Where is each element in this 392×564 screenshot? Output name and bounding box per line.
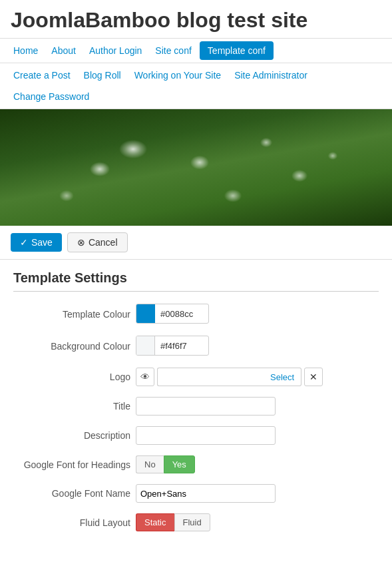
google-font-yes-button[interactable]: Yes	[164, 455, 195, 473]
google-font-headings-label: Google Font for Headings	[13, 450, 133, 479]
background-colour-value-cell: #f4f6f7	[133, 330, 379, 362]
fluid-fluid-button[interactable]: Fluid	[174, 513, 210, 531]
save-label: Save	[31, 237, 53, 248]
eye-icon: 👁	[140, 372, 150, 382]
actions-bar: ✓ Save ⊗ Cancel	[0, 226, 392, 260]
nav-about[interactable]: About	[46, 41, 81, 60]
google-font-no-button[interactable]: No	[136, 455, 164, 473]
hero-image	[0, 109, 392, 226]
save-button[interactable]: ✓ Save	[11, 233, 62, 252]
cancel-button[interactable]: ⊗ Cancel	[67, 232, 128, 252]
google-font-name-row: Google Font Name	[13, 479, 379, 508]
settings-form: Template Colour #0088cc Background Colou…	[13, 298, 379, 537]
google-font-headings-row: Google Font for Headings No Yes	[13, 450, 379, 479]
nav-template-conf[interactable]: Template conf	[200, 41, 274, 60]
logo-label: Logo	[13, 362, 133, 392]
nav-site-conf[interactable]: Site conf	[150, 41, 196, 60]
fluid-static-button[interactable]: Static	[136, 513, 174, 531]
close-icon: ✕	[309, 372, 317, 382]
title-input[interactable]	[136, 397, 276, 416]
template-colour-row: Template Colour #0088cc	[13, 298, 379, 330]
logo-input-group: Select	[157, 368, 301, 386]
fluid-layout-label: Fluid Layout	[13, 508, 133, 537]
nav-bar-primary: Home About Author Login Site conf Templa…	[0, 38, 392, 63]
google-font-name-input[interactable]	[136, 484, 276, 503]
background-colour-label: Background Colour	[13, 330, 133, 362]
logo-field-group: 👁 Select ✕	[136, 368, 376, 386]
nav-change-password[interactable]: Change Password	[8, 87, 95, 106]
logo-input[interactable]	[157, 368, 264, 386]
google-font-name-value-cell	[133, 479, 379, 508]
title-value-cell	[133, 392, 379, 421]
description-label: Description	[13, 421, 133, 450]
google-font-name-label: Google Font Name	[13, 479, 133, 508]
nav-home[interactable]: Home	[8, 41, 43, 60]
google-font-headings-toggle: No Yes	[136, 455, 376, 473]
google-font-headings-value-cell: No Yes	[133, 450, 379, 479]
nav-site-admin[interactable]: Site Administrator	[229, 66, 313, 85]
logo-preview-button[interactable]: 👁	[136, 368, 154, 386]
site-title: JoomlaBamboo blog test site	[0, 0, 392, 38]
checkmark-icon: ✓	[20, 237, 28, 248]
template-colour-picker[interactable]: #0088cc	[136, 304, 209, 324]
description-input[interactable]	[136, 426, 276, 445]
logo-value-cell: 👁 Select ✕	[133, 362, 379, 392]
nav-blog-roll[interactable]: Blog Roll	[79, 66, 126, 85]
logo-row: Logo 👁 Select ✕	[13, 362, 379, 392]
nav-author-login[interactable]: Author Login	[84, 41, 147, 60]
title-label: Title	[13, 392, 133, 421]
description-row: Description	[13, 421, 379, 450]
template-colour-text: #0088cc	[155, 306, 208, 322]
nav-working-on-site[interactable]: Working on Your Site	[129, 66, 227, 85]
nav-bar-secondary: Create a Post Blog Roll Working on Your …	[0, 63, 392, 109]
settings-title: Template Settings	[13, 270, 379, 292]
background-colour-picker[interactable]: #f4f6f7	[136, 336, 209, 356]
cancel-icon: ⊗	[77, 237, 85, 248]
logo-clear-button[interactable]: ✕	[304, 368, 323, 386]
fluid-layout-toggle: Static Fluid	[136, 513, 376, 531]
background-colour-swatch	[136, 336, 155, 355]
fluid-layout-row: Fluid Layout Static Fluid	[13, 508, 379, 537]
template-colour-value-cell: #0088cc	[133, 298, 379, 330]
settings-section: Template Settings Template Colour #0088c…	[0, 260, 392, 547]
title-row: Title	[13, 392, 379, 421]
template-colour-label: Template Colour	[13, 298, 133, 330]
description-value-cell	[133, 421, 379, 450]
background-colour-text: #f4f6f7	[155, 338, 208, 354]
nav-create-post[interactable]: Create a Post	[8, 66, 76, 85]
background-colour-row: Background Colour #f4f6f7	[13, 330, 379, 362]
fluid-layout-value-cell: Static Fluid	[133, 508, 379, 537]
template-colour-swatch	[136, 304, 155, 323]
cancel-label: Cancel	[89, 237, 118, 248]
logo-select-button[interactable]: Select	[264, 368, 301, 386]
